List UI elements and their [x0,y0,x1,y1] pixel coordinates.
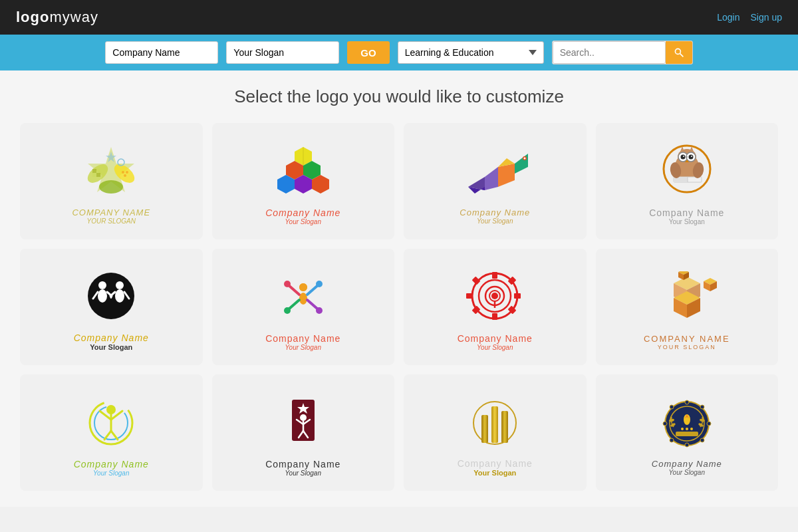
logo-company-9: Company Name [74,459,149,469]
svg-point-50 [98,281,106,289]
logo-card-9[interactable]: Company Name Your Slogan [20,374,203,491]
logo-visual-11 [458,391,531,454]
page-title: Select the logo you would like to custom… [20,86,778,107]
svg-point-5 [99,180,123,194]
svg-point-124 [700,438,704,442]
svg-point-123 [670,438,674,442]
logo-card-8[interactable]: COMPANY NAME YOUR SLOGAN [596,249,779,365]
svg-point-65 [284,307,291,314]
login-link[interactable]: Login [717,12,739,23]
search-icon [674,47,684,58]
logo-visual-6 [267,266,340,329]
logo-card-2[interactable]: Company Name Your Slogan [212,123,395,239]
logo-visual-2 [267,140,340,203]
logo-slogan-1: YOUR SLOGAN [87,217,136,225]
search-input[interactable] [553,41,666,64]
svg-rect-8 [92,173,96,177]
logo-company-3: Company Name [460,207,530,217]
svg-rect-72 [466,293,473,299]
svg-marker-26 [515,154,528,174]
svg-point-0 [675,49,680,54]
logo-card-10[interactable]: Company Name Your Slogan [212,374,395,491]
svg-marker-23 [485,167,498,190]
logo-bold: logo [16,9,49,25]
svg-line-101 [104,431,111,440]
logo-card-4[interactable]: Company Name Your Slogan [596,123,779,239]
svg-point-80 [491,293,498,299]
svg-rect-7 [96,173,100,177]
search-wrap [552,41,693,65]
svg-point-55 [115,289,124,303]
logo-slogan-10: Your Slogan [285,469,322,477]
slogan-input[interactable] [226,41,339,64]
logo-visual-9 [74,392,148,455]
search-button[interactable] [666,41,692,64]
header-nav: Login Sign up [717,12,782,23]
logo-visual-10 [267,392,340,455]
logo-card-5[interactable]: Company Name Your Slogan [20,249,203,365]
logo-visual-3 [458,140,531,203]
logo-company-4: Company Name [649,207,724,218]
svg-rect-113 [481,415,488,443]
svg-point-41 [683,156,684,157]
logo-card-3[interactable]: Company Name Your Slogan [404,123,587,239]
logo-slogan-2: Your Slogan [285,218,322,225]
logo-card-7[interactable]: Company Name Your Slogan [404,249,587,365]
logo-card-1[interactable]: COMPANY NAME YOUR SLOGAN [20,123,203,239]
svg-point-40 [688,154,693,159]
logo-company-12: Company Name [652,459,722,469]
svg-point-61 [284,281,291,287]
svg-rect-112 [491,406,498,443]
svg-line-102 [111,431,118,440]
svg-line-62 [307,285,318,295]
svg-point-12 [122,171,124,174]
svg-point-122 [700,405,704,409]
logo-card-6[interactable]: Company Name Your Slogan [212,249,395,365]
svg-point-121 [670,405,674,409]
svg-marker-24 [498,164,515,187]
svg-point-132 [681,428,684,430]
logo-visual-7 [458,266,531,329]
svg-point-67 [316,307,323,314]
logo-slogan-5: Your Slogan [90,343,132,351]
svg-line-1 [680,54,683,57]
svg-rect-73 [514,293,521,299]
svg-point-119 [663,422,667,426]
svg-point-51 [98,289,107,303]
svg-rect-71 [492,313,497,320]
svg-line-64 [289,300,299,309]
logo-slogan-9: Your Slogan [93,469,130,477]
logo-card-11[interactable]: Company Name Your Slogan [404,374,587,491]
logo-company-2: Company Name [265,207,340,218]
company-name-input[interactable] [105,41,218,64]
svg-rect-74 [472,277,481,285]
site-logo: logomyway [16,9,98,26]
svg-point-134 [690,428,693,430]
svg-rect-114 [501,411,508,443]
logo-slogan-6: Your Slogan [285,344,322,351]
svg-point-120 [707,422,711,426]
svg-point-14 [124,174,126,177]
go-button[interactable]: GO [347,41,389,64]
logo-slogan-4: Your Slogan [669,218,705,225]
category-select[interactable]: Learning & Education Technology Business… [398,41,544,64]
logo-company-7: Company Name [458,333,533,344]
logo-visual-1 [74,140,148,203]
logo-company-5: Company Name [74,332,149,343]
logo-company-11: Company Name [458,458,533,469]
logo-company-6: Company Name [265,333,340,344]
logo-slogan-7: Your Slogan [477,344,513,351]
svg-rect-131 [676,432,698,436]
logo-card-12[interactable]: Company Name Your Slogan [596,374,779,491]
svg-point-29 [524,158,526,160]
logo-grid: COMPANY NAME YOUR SLOGAN [20,123,778,491]
svg-point-68 [299,283,307,291]
signup-link[interactable]: Sign up [751,12,782,23]
logo-company-1: COMPANY NAME [72,207,150,217]
svg-point-13 [126,171,128,174]
svg-point-63 [316,281,323,287]
logo-visual-12 [650,392,724,455]
svg-line-66 [307,300,318,309]
svg-point-42 [691,156,692,157]
main-content: Select the logo you would like to custom… [0,70,798,507]
